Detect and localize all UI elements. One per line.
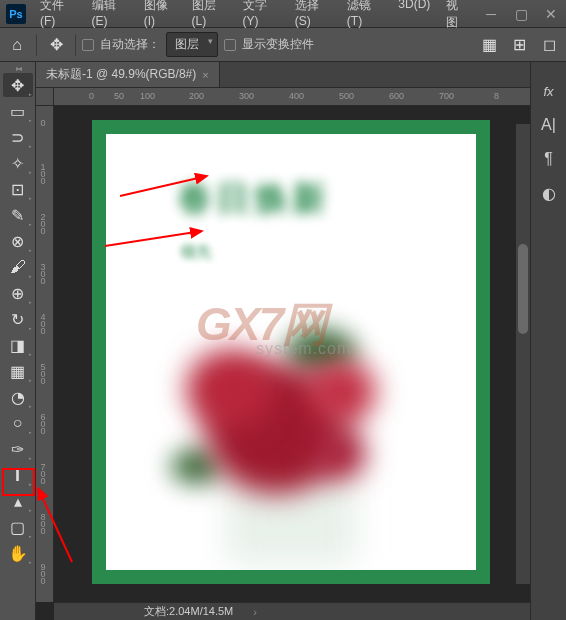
right-panels: fx A| ¶ ◐ bbox=[530, 62, 566, 620]
auto-select-label: 自动选择： bbox=[100, 36, 160, 53]
watermark-sub-text: system.com bbox=[256, 340, 351, 358]
history-brush-tool[interactable]: ↻ bbox=[3, 307, 33, 331]
lasso-tool[interactable]: ⊃ bbox=[3, 125, 33, 149]
blur-tool[interactable]: ◔ bbox=[3, 385, 33, 409]
ruler-horizontal[interactable]: 0 50 100 200 300 400 500 600 700 8 bbox=[54, 88, 530, 106]
menu-type[interactable]: 文字(Y) bbox=[235, 0, 287, 37]
move-tool-preset-icon[interactable]: ✥ bbox=[43, 32, 69, 58]
menu-filter[interactable]: 滤镜(T) bbox=[339, 0, 391, 37]
close-tab-icon[interactable]: × bbox=[202, 69, 208, 81]
layer-dropdown[interactable]: 图层 bbox=[166, 32, 218, 57]
home-icon[interactable]: ⌂ bbox=[4, 32, 30, 58]
swatch-panel-icon[interactable]: ◐ bbox=[536, 182, 562, 204]
eyedropper-tool[interactable]: ✎ bbox=[3, 203, 33, 227]
maximize-button[interactable]: ▢ bbox=[506, 0, 536, 28]
document-tabs: 未标题-1 @ 49.9%(RGB/8#) × bbox=[36, 62, 530, 88]
canvas-subtitle-text: 领先 bbox=[180, 242, 212, 263]
eraser-tool[interactable]: ◨ bbox=[3, 333, 33, 357]
rectangle-tool[interactable]: ▢ bbox=[3, 515, 33, 539]
tools-panel: ✥ ▭ ⊃ ✧ ⊡ ✎ ⊗ 🖌 ⊕ ↻ ◨ ▦ ◔ ○ ✑ T ▴ ▢ ✋ bbox=[0, 62, 36, 620]
paragraph-panel-icon[interactable]: ¶ bbox=[536, 148, 562, 170]
arrange-icon[interactable]: ⊞ bbox=[506, 32, 532, 58]
patch-tool[interactable]: ⊗ bbox=[3, 229, 33, 253]
move-tool[interactable]: ✥ bbox=[3, 73, 33, 97]
stamp-tool[interactable]: ⊕ bbox=[3, 281, 33, 305]
canvas-title-text: 春日焕新 bbox=[178, 176, 330, 222]
ruler-vertical[interactable]: 0 100 200 300 400 500 600 700 800 900 bbox=[36, 106, 54, 602]
brush-tool[interactable]: 🖌 bbox=[3, 255, 33, 279]
minimize-button[interactable]: ─ bbox=[476, 0, 506, 28]
gradient-tool[interactable]: ▦ bbox=[3, 359, 33, 383]
status-bar: 文档:2.04M/14.5M › bbox=[54, 602, 530, 620]
path-select-tool[interactable]: ▴ bbox=[3, 489, 33, 513]
menu-3d[interactable]: 3D(D) bbox=[390, 0, 438, 37]
crop-tool[interactable]: ⊡ bbox=[3, 177, 33, 201]
pen-tool[interactable]: ✑ bbox=[3, 437, 33, 461]
3d-mode-icon[interactable]: ◻ bbox=[536, 32, 562, 58]
app-logo: Ps bbox=[6, 4, 26, 24]
menu-select[interactable]: 选择(S) bbox=[287, 0, 339, 37]
menu-view[interactable]: 视图 bbox=[438, 0, 476, 37]
scrollbar-vertical[interactable] bbox=[516, 124, 530, 584]
status-chevron-icon[interactable]: › bbox=[253, 606, 257, 618]
canvas-viewport[interactable]: 春日焕新 领先 GX7网 system.com bbox=[54, 106, 530, 602]
ruler-corner[interactable] bbox=[36, 88, 54, 106]
align-icon[interactable]: ▦ bbox=[476, 32, 502, 58]
show-transform-label: 显示变换控件 bbox=[242, 36, 314, 53]
dodge-tool[interactable]: ○ bbox=[3, 411, 33, 435]
tools-grip[interactable] bbox=[0, 64, 35, 72]
close-button[interactable]: ✕ bbox=[536, 0, 566, 28]
document-tab-label: 未标题-1 @ 49.9%(RGB/8#) bbox=[46, 66, 196, 83]
auto-select-checkbox[interactable] bbox=[82, 39, 94, 51]
doc-info-text: 文档:2.04M/14.5M bbox=[144, 604, 233, 619]
fx-panel-icon[interactable]: fx bbox=[536, 80, 562, 102]
document-tab[interactable]: 未标题-1 @ 49.9%(RGB/8#) × bbox=[36, 62, 220, 87]
character-panel-icon[interactable]: A| bbox=[536, 114, 562, 136]
hand-tool[interactable]: ✋ bbox=[3, 541, 33, 565]
magic-wand-tool[interactable]: ✧ bbox=[3, 151, 33, 175]
menubar: 文件(F) 编辑(E) 图像(I) 图层(L) 文字(Y) 选择(S) 滤镜(T… bbox=[32, 0, 476, 37]
canvas[interactable]: 春日焕新 领先 GX7网 system.com bbox=[92, 120, 490, 584]
type-tool[interactable]: T bbox=[3, 463, 33, 487]
rect-marquee-tool[interactable]: ▭ bbox=[3, 99, 33, 123]
menu-edit[interactable]: 编辑(E) bbox=[84, 0, 136, 37]
show-transform-checkbox[interactable] bbox=[224, 39, 236, 51]
